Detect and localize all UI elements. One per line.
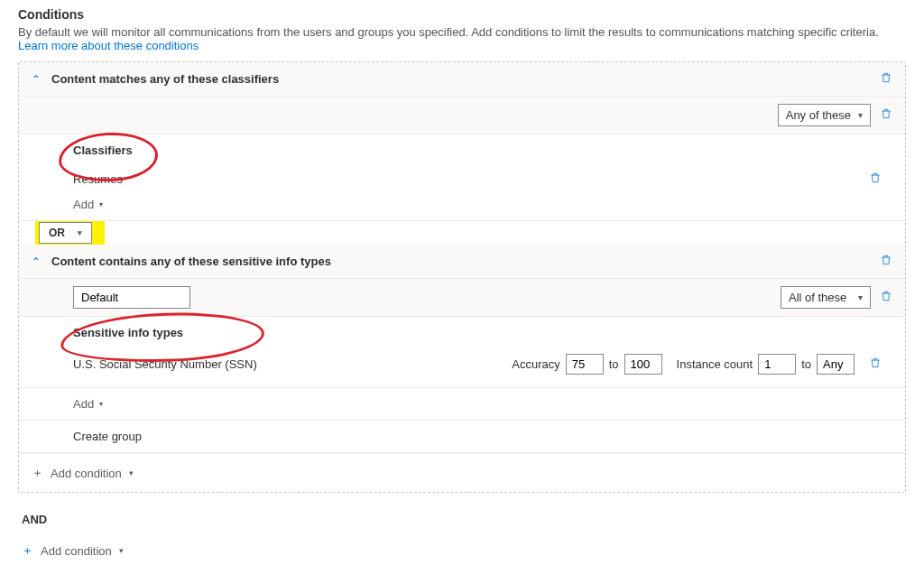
conditions-container: ⌃ Content matches any of these classifie…: [18, 61, 906, 493]
instance-group: Instance count to: [677, 354, 855, 375]
chevron-down-icon: ▾: [99, 400, 103, 408]
condition-classifiers-header: ⌃ Content matches any of these classifie…: [19, 62, 905, 97]
delete-classifier-button[interactable]: [869, 171, 882, 187]
sit-item: U.S. Social Security Number (SSN): [73, 357, 512, 371]
accuracy-from-input[interactable]: [566, 354, 604, 375]
chevron-down-icon: ▾: [129, 468, 134, 477]
page-description-text: By default we will monitor all communica…: [18, 25, 879, 39]
accuracy-to-input[interactable]: [624, 354, 662, 375]
delete-condition-button[interactable]: [880, 71, 892, 87]
operator-value: OR: [49, 227, 65, 239]
delete-sit-button[interactable]: [869, 357, 882, 372]
page-description: By default we will monitor all communica…: [18, 25, 906, 52]
accuracy-label: Accuracy: [512, 357, 559, 371]
operator-select[interactable]: OR ▾: [39, 222, 92, 244]
sit-item-row: U.S. Social Security Number (SSN) Accura…: [73, 350, 882, 378]
instance-from-input[interactable]: [758, 354, 796, 375]
condition-classifiers-title: Content matches any of these classifiers: [51, 72, 880, 86]
accuracy-to-label: to: [609, 357, 619, 371]
classifiers-label: Classifiers: [73, 144, 882, 157]
accuracy-group: Accuracy to: [512, 354, 661, 375]
sit-controls: Accuracy to Instance count to: [512, 354, 882, 375]
operator-highlight: OR ▾: [35, 221, 105, 245]
instance-to-label: to: [801, 357, 811, 371]
chevron-down-icon: ▾: [78, 228, 82, 237]
add-classifier-label: Add: [73, 198, 94, 211]
chevron-down-icon: ▾: [858, 110, 863, 120]
add-sit-button[interactable]: Add ▾: [73, 397, 103, 411]
learn-more-link[interactable]: Learn more about these conditions: [18, 39, 199, 52]
inner-add-condition-button[interactable]: ＋ Add condition ▾: [19, 453, 905, 492]
classifiers-mode-row: Any of these ▾: [19, 97, 905, 134]
match-mode-value: Any of these: [786, 108, 851, 122]
condition-sit-header: ⌃ Content contains any of these sensitiv…: [19, 245, 905, 279]
classifier-item: Resumes: [73, 172, 869, 186]
chevron-down-icon: ▾: [119, 546, 124, 555]
create-group-button[interactable]: Create group: [19, 421, 905, 453]
delete-condition-button[interactable]: [880, 254, 892, 269]
plus-icon: ＋: [22, 542, 33, 559]
sit-label: Sensitive info types: [73, 326, 882, 339]
page-title: Conditions: [18, 7, 906, 22]
sit-mode-row: All of these ▾: [19, 279, 905, 317]
chevron-down-icon: ▾: [858, 292, 863, 302]
chevron-down-icon: ▾: [99, 200, 103, 208]
chevron-up-icon[interactable]: ⌃: [32, 73, 41, 86]
classifiers-section: Classifiers Resumes Add ▾: [19, 134, 905, 221]
inner-add-condition-label: Add condition: [51, 467, 122, 480]
outer-add-condition-label: Add condition: [41, 544, 112, 558]
match-mode-select[interactable]: Any of these ▾: [778, 104, 871, 126]
sit-section: Sensitive info types U.S. Social Securit…: [19, 317, 905, 388]
and-operator: AND: [18, 505, 906, 533]
delete-group-button[interactable]: [880, 290, 892, 305]
instance-label: Instance count: [677, 357, 753, 371]
condition-sit-title: Content contains any of these sensitive …: [51, 255, 880, 268]
match-mode-select[interactable]: All of these ▾: [781, 286, 871, 309]
instance-to-input[interactable]: [817, 354, 855, 375]
classifier-item-row: Resumes: [73, 168, 882, 190]
match-mode-value: All of these: [789, 291, 846, 304]
outer-add-condition-button[interactable]: ＋ Add condition ▾: [18, 533, 906, 565]
chevron-up-icon[interactable]: ⌃: [32, 255, 41, 268]
delete-group-button[interactable]: [880, 107, 892, 123]
plus-icon: ＋: [32, 465, 43, 481]
add-classifier-button[interactable]: Add ▾: [73, 190, 103, 211]
add-sit-row: Add ▾: [19, 388, 905, 421]
add-sit-label: Add: [73, 397, 94, 411]
group-name-input[interactable]: [73, 286, 190, 309]
